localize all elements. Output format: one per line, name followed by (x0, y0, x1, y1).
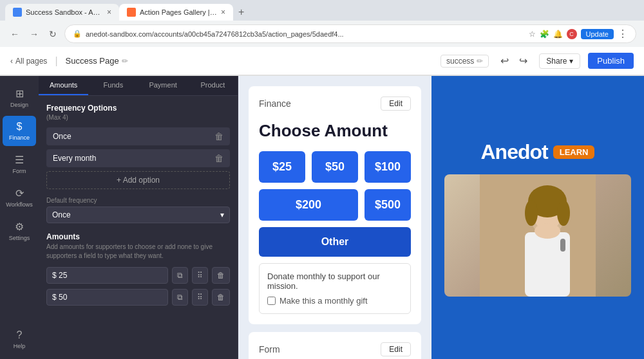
redo-button[interactable]: ↪ (515, 53, 531, 68)
update-button[interactable]: Update (581, 29, 614, 39)
top-nav-wrapper: ‹ All pages | Success Page ✏ success ✏ ↩… (0, 47, 644, 76)
panel-content: Frequency Options (Max 4) Once 🗑 Every m… (39, 96, 238, 318)
design-icon: ⊞ (15, 87, 24, 100)
sidebar-item-finance[interactable]: $ Finance (3, 116, 36, 146)
tab-funds[interactable]: Funds (88, 76, 138, 95)
amount-copy-25[interactable]: ⧉ (172, 267, 188, 284)
app-wrapper: ‹ All pages | Success Page ✏ success ✏ ↩… (0, 47, 644, 359)
sidebar-item-form[interactable]: ☰ Form (3, 149, 36, 180)
add-option-button[interactable]: + Add option (46, 171, 230, 189)
sidebar-finance-label: Finance (9, 134, 30, 141)
undo-button[interactable]: ↩ (497, 53, 513, 68)
amounts-section: Amounts Add amounts for supporters to ch… (46, 232, 230, 306)
freq-once-delete[interactable]: 🗑 (214, 131, 223, 142)
status-badge: success ✏ (440, 55, 489, 68)
amount-btn-25[interactable]: $25 (259, 151, 305, 183)
tab-1-title: Success Sandbox - Anedot (26, 8, 103, 16)
form-icon: ☰ (15, 154, 24, 166)
status-text: success (446, 57, 474, 66)
tab-amounts[interactable]: Amounts (39, 76, 88, 95)
forward-button[interactable]: → (27, 28, 41, 41)
amount-btn-100[interactable]: $100 (365, 151, 411, 183)
monthly-gift-checkbox[interactable] (267, 297, 276, 305)
brand-name: Anedot (481, 140, 548, 164)
main-content: Finance Edit Choose Amount $25 $50 $100 … (238, 76, 431, 359)
learn-badge: LEARN (553, 145, 595, 159)
sidebar-item-design[interactable]: ⊞ Design (3, 82, 36, 113)
help-icon: ? (17, 329, 23, 341)
form-edit-button[interactable]: Edit (381, 342, 411, 356)
checkbox-row: Make this a monthly gift (267, 296, 402, 306)
back-label: All pages (15, 57, 47, 66)
status-edit-icon[interactable]: ✏ (477, 57, 483, 66)
tab-1-close[interactable]: × (107, 8, 111, 17)
sidebar-item-settings[interactable]: ⚙ Settings (3, 216, 36, 246)
amount-input-25[interactable] (46, 267, 168, 284)
amount-btn-50[interactable]: $50 (312, 151, 358, 183)
amount-btn-other[interactable]: Other (259, 227, 411, 257)
browser-chrome: Success Sandbox - Anedot × Action Pages … (0, 0, 644, 47)
sidebar-settings-label: Settings (9, 235, 30, 241)
top-nav: ‹ All pages | Success Page ✏ success ✏ ↩… (0, 47, 644, 75)
chevron-down-icon: ▾ (220, 210, 224, 219)
sidebar-item-workflows[interactable]: ⟳ Workflows (3, 182, 36, 213)
address-bar: ← → ↻ 🔒 anedot-sandbox.com/accounts/a00c… (0, 21, 644, 47)
amount-copy-50[interactable]: ⧉ (172, 289, 188, 306)
choose-amount-title: Choose Amount (259, 121, 411, 141)
tab-2-close[interactable]: × (221, 8, 225, 17)
panel-tabs: Amounts Funds Payment Product (39, 76, 238, 96)
amount-delete-25[interactable]: 🗑 (212, 267, 230, 284)
amounts-desc: Add amounts for supporters to choose or … (46, 243, 230, 261)
refresh-button[interactable]: ↻ (46, 28, 59, 41)
tab-1[interactable]: Success Sandbox - Anedot × (5, 4, 119, 21)
freq-option-once: Once 🗑 (46, 127, 230, 145)
page-edit-icon[interactable]: ✏ (122, 57, 128, 66)
amount-btn-200[interactable]: $200 (259, 189, 358, 221)
sidebar-help-label: Help (14, 343, 26, 349)
amount-input-50[interactable] (46, 289, 168, 306)
default-freq-value: Once (52, 210, 71, 219)
back-to-pages-button[interactable]: ‹ All pages (10, 57, 47, 66)
monthly-gift-label: Make this a monthly gift (279, 296, 368, 306)
freq-month-delete[interactable]: 🗑 (214, 153, 223, 163)
back-button[interactable]: ← (8, 28, 22, 41)
lock-icon: 🔒 (73, 30, 82, 38)
finance-card-title: Finance (259, 98, 291, 109)
tab-2[interactable]: Action Pages Gallery | Anedot × (119, 4, 233, 21)
menu-dots-icon[interactable]: ⋮ (618, 28, 628, 40)
finance-icon: $ (17, 121, 23, 133)
publish-button[interactable]: Publish (588, 53, 634, 69)
svg-point-7 (557, 200, 570, 226)
default-freq-select[interactable]: Once ▾ (46, 207, 230, 223)
nav-divider: | (55, 55, 57, 67)
amount-drag-50[interactable]: ⠿ (192, 289, 208, 306)
finance-edit-button[interactable]: Edit (381, 97, 411, 111)
amount-grid: $25 $50 $100 $200 $500 Other (259, 151, 411, 257)
right-panel: Anedot LEARN (431, 76, 644, 359)
amounts-title: Amounts (46, 232, 230, 241)
form-card: Form Edit (249, 332, 421, 359)
share-button[interactable]: Share ▾ (539, 53, 580, 69)
sidebar-item-help[interactable]: ? Help (3, 324, 36, 354)
default-freq-label: Default frequency (46, 197, 230, 204)
tab-product[interactable]: Product (188, 76, 238, 95)
amount-drag-25[interactable]: ⠿ (192, 267, 208, 284)
star-icon: ☆ (529, 30, 536, 39)
page-name-text: Success Page (66, 56, 119, 66)
sidebar: ⊞ Design $ Finance ☰ Form ⟳ Workflows ⚙ … (0, 76, 39, 359)
finance-card: Finance Edit Choose Amount $25 $50 $100 … (249, 86, 421, 324)
tab-2-favicon (127, 8, 136, 17)
finance-card-header: Finance Edit (259, 97, 411, 111)
tab-payment[interactable]: Payment (138, 76, 188, 95)
bell-icon: 🔔 (553, 30, 563, 39)
amount-delete-50[interactable]: 🗑 (212, 289, 230, 306)
new-tab-button[interactable]: + (233, 4, 249, 21)
address-input[interactable]: 🔒 anedot-sandbox.com/accounts/a00cb45a72… (64, 24, 636, 43)
amount-btn-500[interactable]: $500 (365, 189, 411, 221)
form-card-header: Form Edit (259, 342, 411, 356)
video-placeholder (444, 174, 631, 297)
freq-option-every-month: Every month 🗑 (46, 149, 230, 167)
svg-point-4 (535, 223, 560, 239)
settings-icon: ⚙ (15, 221, 24, 233)
brand-logo: Anedot LEARN (481, 140, 595, 164)
